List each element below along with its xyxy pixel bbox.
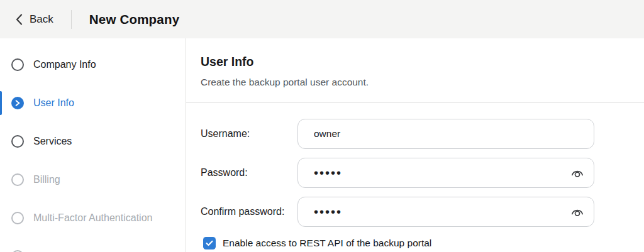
header-divider (71, 10, 72, 29)
sidebar-item-company-info[interactable]: Company Info (0, 45, 186, 84)
sidebar-item-multi-factor-authentication: Multi-Factor Authentication (0, 199, 186, 237)
password-input[interactable] (297, 158, 594, 188)
back-button[interactable]: Back (16, 13, 53, 26)
step-circle-icon (11, 212, 24, 224)
password-label: Password: (201, 167, 297, 178)
sidebar-item-partial (0, 237, 186, 252)
header: Back New Company (0, 0, 644, 38)
username-row: Username: (201, 119, 644, 149)
rest-api-checkbox[interactable] (203, 237, 216, 249)
sidebar-item-label: Billing (33, 174, 60, 185)
confirm-password-row: Confirm password: (201, 197, 644, 227)
active-step-indicator (0, 91, 2, 115)
sidebar-item-label: Company Info (33, 59, 96, 70)
section-title: User Info (201, 55, 629, 69)
reveal-confirm-password-button[interactable] (569, 205, 586, 219)
checkmark-icon (206, 240, 213, 246)
eye-icon (570, 207, 584, 217)
sidebar-item-services[interactable]: Services (0, 122, 186, 160)
sidebar-item-label: User Info (33, 97, 74, 109)
username-label: Username: (201, 128, 297, 140)
section-subtitle: Create the backup portal user account. (201, 77, 629, 88)
user-account-form: Username: Password: (186, 103, 644, 249)
sidebar-item-billing: Billing (0, 160, 186, 199)
back-label: Back (30, 13, 53, 26)
step-circle-icon (11, 250, 24, 252)
wizard-steps-sidebar: Company Info User Info Services B (0, 38, 186, 252)
step-circle-icon (11, 58, 24, 71)
chevron-right-circle-icon (11, 97, 24, 109)
step-circle-icon (11, 135, 24, 148)
confirm-password-label: Confirm password: (201, 206, 297, 217)
sidebar-item-label: Multi-Factor Authentication (33, 212, 152, 224)
reveal-password-button[interactable] (569, 167, 586, 180)
user-info-panel: User Info Create the backup portal user … (186, 38, 644, 252)
rest-api-checkbox-label: Enable access to REST API of the backup … (223, 238, 431, 249)
page-title: New Company (89, 12, 179, 27)
new-company-wizard-window: Back New Company Company Info User Info (0, 0, 644, 252)
chevron-left-icon (16, 14, 23, 25)
username-input[interactable] (297, 119, 594, 149)
sidebar-item-label: Services (33, 136, 72, 147)
step-circle-icon (11, 173, 24, 186)
confirm-password-input[interactable] (297, 197, 594, 227)
eye-icon (570, 168, 584, 178)
sidebar-item-user-info[interactable]: User Info (0, 84, 186, 122)
password-row: Password: (201, 158, 644, 188)
rest-api-checkbox-row[interactable]: Enable access to REST API of the backup … (203, 237, 431, 249)
